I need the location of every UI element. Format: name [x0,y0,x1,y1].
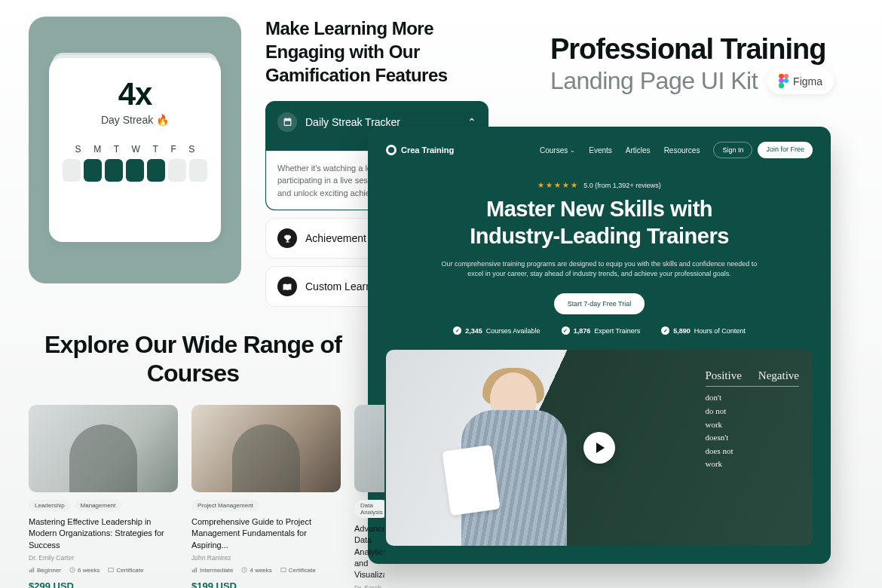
course-author: John Ramirez [191,554,341,562]
book-icon [277,277,297,296]
star-icon: ★ [537,181,544,189]
teacher-illustration [439,372,590,546]
course-title: Advanced Data Analytics and Visualizatio… [354,523,384,581]
promo-header: Professional Training Landing Page UI Ki… [550,33,834,95]
star-icon: ★ [571,181,577,189]
course-thumbnail [29,405,178,492]
day-box-active [105,159,123,182]
day-label: T [153,144,158,155]
course-list: LeadershipManagement Mastering Effective… [29,405,357,588]
rating: ★★★★★ 5.0 (from 1,392+ reviews) [386,181,813,189]
promo-subheading: Landing Page UI Kit [550,67,758,95]
course-card[interactable]: LeadershipManagement Mastering Effective… [29,405,178,588]
course-title: Comprehensive Guide to Project Managemen… [191,516,341,551]
course-card[interactable]: Project Management Comprehensive Guide t… [191,405,341,588]
course-price: $199 USD [191,580,341,588]
nav-articles[interactable]: Articles [626,146,651,155]
figma-icon [779,74,789,88]
check-icon: ✓ [562,326,570,335]
day-labels: S M T W T F S [63,144,207,155]
start-trial-button[interactable]: Start 7-day Free Trial [554,293,645,314]
cert-meta: Certificate [280,567,316,574]
course-author: Dr. Sarah Lee [354,584,384,588]
day-label: S [75,144,81,155]
brand-icon [386,145,397,155]
check-icon: ✓ [661,326,669,335]
day-label: W [132,144,140,155]
clock-icon [241,567,247,573]
day-box-active [147,159,165,182]
promo-heading: Professional Training [550,33,834,66]
tag: Data Analysis [354,500,384,518]
tag: Project Management [191,500,259,511]
rating-text: 5.0 (from 1,392+ reviews) [583,182,660,189]
day-box-active [126,159,144,182]
day-label: M [93,144,101,155]
courses-section: Explore Our Wide Range of Courses Leader… [29,330,357,588]
check-icon: ✓ [453,326,461,335]
certificate-icon [108,567,114,573]
stat-hours: ✓5,890Hours of Content [661,326,746,335]
tag: Management [75,500,122,511]
trophy-icon [277,228,297,248]
day-label: S [188,144,194,155]
hero-navbar: Crea Training Courses⌄ Events Articles R… [386,142,813,158]
streak-boxes [63,159,207,182]
badge-label: Figma [793,75,822,87]
stat-trainers: ✓1,876Expert Trainers [562,326,641,335]
chalkboard-content: PositiveNegative don'tdo notwork doesn't… [706,366,799,471]
join-button[interactable]: Join for Free [758,142,813,158]
day-label: F [170,144,176,155]
level-icon [191,567,198,573]
hero-video[interactable]: PositiveNegative don'tdo notwork doesn't… [386,350,813,546]
day-label: T [114,144,119,155]
star-icon: ★ [554,181,561,189]
duration-meta: 6 weeks [69,567,100,574]
course-thumbnail [191,405,341,492]
courses-heading: Explore Our Wide Range of Courses [29,330,357,388]
hero-heading: Master New Skills withIndustry-Leading T… [386,195,813,250]
star-icon: ★ [562,181,569,189]
cert-meta: Certificate [108,567,143,574]
certificate-icon [280,567,286,573]
nav-resources[interactable]: Resources [664,146,700,155]
stat-courses: ✓2,345Courses Available [453,326,540,335]
course-author: Dr. Emily Carter [29,554,178,562]
nav-events[interactable]: Events [589,146,612,155]
brand-name: Crea Training [401,145,454,155]
course-card[interactable]: Data Analysis Advanced Data Analytics an… [354,405,384,588]
nav-courses[interactable]: Courses⌄ [540,146,575,155]
course-price: $299 USD [29,580,178,588]
stats: ✓2,345Courses Available ✓1,876Expert Tra… [386,326,813,335]
brand[interactable]: Crea Training [386,145,454,155]
level-icon [29,567,35,573]
star-icon: ★ [546,181,553,189]
play-button[interactable] [583,432,615,464]
hero-preview: Crea Training Courses⌄ Events Articles R… [368,127,831,564]
calendar-icon [277,112,297,132]
gamification-heading: Make Learning More Engaging with Our Gam… [265,17,488,87]
tag: Leadership [29,500,71,511]
day-box [63,159,81,182]
streak-card: 4x Day Streak 🔥 S M T W T F S [49,58,221,242]
figma-badge: Figma [767,68,834,94]
day-box [189,159,207,182]
course-thumbnail [354,405,384,492]
streak-label: Day Streak 🔥 [63,114,207,126]
level-meta: Intermediate [191,567,233,574]
day-box-active [84,159,102,182]
day-box [168,159,186,182]
level-meta: Beginner [29,567,61,574]
clock-icon [69,567,75,573]
streak-widget: 4x Day Streak 🔥 S M T W T F S [29,17,241,283]
svg-rect-3 [281,568,286,572]
course-title: Mastering Effective Leadership in Modern… [29,516,178,551]
streak-value: 4x [63,76,207,112]
hero-description: Our comprehensive training programs are … [433,259,765,280]
duration-meta: 4 weeks [241,567,271,574]
svg-rect-1 [109,568,113,572]
signin-button[interactable]: Sign In [713,142,752,158]
chevron-down-icon: ⌄ [570,147,575,154]
